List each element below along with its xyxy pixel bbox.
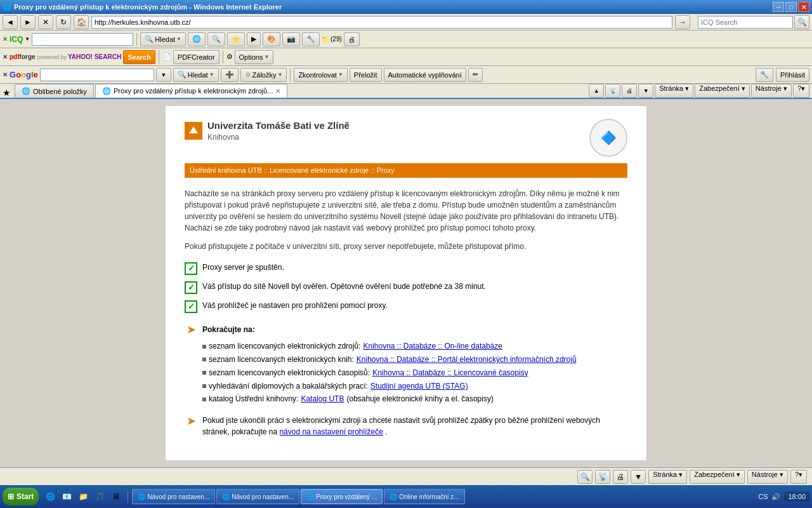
search-button[interactable]: 🔍	[794, 15, 809, 29]
prihlasit-button[interactable]: Přihlásit	[776, 68, 809, 82]
bullet-icon	[202, 384, 206, 388]
quick-icon-3[interactable]: 📁	[75, 490, 91, 504]
taskbar-btn-3[interactable]: 🌐 Proxy pro vzdálený ...	[301, 489, 383, 504]
taskbar-btn-2[interactable]: 🌐 Návod pro nastaven...	[216, 489, 299, 504]
taskbar-icon: 🌐	[306, 493, 314, 500]
taskbar-icon: 🌐	[390, 493, 397, 500]
home-button[interactable]: 🏠	[74, 15, 89, 29]
close-button[interactable]: ✕	[798, 2, 809, 12]
tab-close-icon[interactable]: ✕	[275, 88, 280, 95]
dropdown-btn[interactable]: ▼	[631, 470, 646, 484]
start-button[interactable]: ⊞ Start	[3, 488, 39, 505]
tab-icon: 🌐	[102, 87, 111, 95]
status-text-1: Proxy server je spuštěn.	[202, 262, 284, 273]
icq-dropdown-icon[interactable]: ▼	[25, 36, 30, 42]
zkontrolovat-button[interactable]: Zkontrolovat ▼	[294, 68, 347, 82]
direct-access-text: Pokud přistupujete z počítače v univerzi…	[185, 241, 627, 252]
title-bar-left: 🌐 Proxy pro vzdálený přístup k elektroni…	[3, 3, 282, 11]
google-hledat-button[interactable]: 🔍 Hledat ▼	[173, 68, 219, 82]
stranka-btn[interactable]: Stránka ▾	[648, 470, 687, 484]
status-item-1: ✓ Proxy server je spuštěn.	[185, 262, 627, 275]
status-text-3: Váš prohlížeč je nastaven pro prohlížení…	[202, 300, 388, 311]
rss-btn[interactable]: 📡	[595, 470, 610, 484]
forward-button[interactable]: ►	[20, 15, 36, 29]
pencil-icon[interactable]: ✏	[468, 68, 483, 82]
print-btn[interactable]: 🖨	[613, 470, 628, 484]
stranka-button[interactable]: Stránka ▾	[655, 84, 693, 98]
taskbar-icon: 🌐	[222, 493, 230, 500]
quick-icon-4[interactable]: 🎵	[92, 490, 107, 504]
quick-email-icon[interactable]: 📧	[59, 490, 74, 504]
nastroje-button[interactable]: Nástroje ▾	[751, 84, 792, 98]
refresh-button[interactable]: ↻	[56, 15, 71, 29]
help-btn[interactable]: ?▾	[790, 470, 807, 484]
utb-seal: 🔷	[589, 119, 627, 157]
autofill-button[interactable]: Automatické vyplňování	[384, 68, 466, 82]
footer-link[interactable]: návod na nastavení prohlížeče	[279, 427, 383, 436]
prelozit-button[interactable]: Přeložit	[350, 68, 382, 82]
toolbar-icon-1[interactable]: 🌐	[188, 32, 206, 46]
zalozky-button[interactable]: ☆ Záložky ▼	[240, 68, 287, 82]
toolbar-icon-2[interactable]: 🔍	[207, 32, 225, 46]
toolbar-icon-3[interactable]: ⭐	[227, 32, 245, 46]
taskbar-label-2: Návod pro nastaven...	[232, 493, 294, 500]
tab-oblibene[interactable]: 🌐 Oblíbené položky	[15, 84, 94, 98]
toolbar-icon-5[interactable]: 🎨	[263, 32, 280, 46]
toolbar-icon-6[interactable]: 📷	[282, 32, 300, 46]
check-icon-3: ✓	[185, 300, 197, 313]
print-icon[interactable]: 🖨	[622, 84, 637, 98]
zabezpeceni-btn[interactable]: Zabezpečení ▾	[690, 470, 745, 484]
toolbar-icon-8[interactable]: 🖨	[344, 32, 360, 46]
search-icon: 🔍	[178, 70, 187, 79]
link-portal[interactable]: Knihovna :: Databáze :: Portál elektroni…	[357, 354, 577, 365]
close-toolbar-icon[interactable]: ✕	[3, 36, 8, 43]
back-button[interactable]: ◄	[3, 15, 18, 29]
nastroje-btn[interactable]: Nástroje ▾	[747, 470, 788, 484]
options-icon: ⚙	[226, 53, 233, 61]
help-button[interactable]: ?▾	[793, 84, 809, 98]
toolbar-icon-7[interactable]: 🔧	[302, 32, 320, 46]
google-plus-icon[interactable]: ➕	[221, 68, 239, 82]
google-toolbar: ✕ Google ▼ 🔍 Hledat ▼ ➕ ☆ Záložky ▼ Zkon…	[0, 66, 812, 84]
hledat-button[interactable]: 🔍 Hledat ▼	[140, 32, 186, 46]
close-pdf-toolbar-icon[interactable]: ✕	[3, 53, 8, 60]
go-button[interactable]: →	[675, 15, 690, 29]
maximize-button[interactable]: □	[785, 2, 797, 12]
bullet-icon	[202, 398, 206, 401]
footer-note: ➤ Pokud jste ukončili práci s elektronic…	[185, 415, 627, 438]
tab-proxy[interactable]: 🌐 Proxy pro vzdálený přístup k elektroni…	[95, 84, 287, 98]
check-icon-2: ✓	[185, 281, 197, 294]
links-list: seznam licencovaných elektronických zdro…	[202, 341, 627, 404]
link-stag[interactable]: Studijní agenda UTB (STAG)	[370, 381, 468, 392]
close-google-toolbar-icon[interactable]: ✕	[3, 71, 8, 78]
quick-ie-icon[interactable]: 🌐	[43, 490, 58, 504]
taskbar-icon: 🌐	[138, 493, 145, 500]
page-up-icon[interactable]: ▲	[589, 84, 604, 98]
taskbar-btn-1[interactable]: 🌐 Návod pro nastaven...	[132, 489, 215, 504]
rss-icon[interactable]: 📡	[605, 84, 620, 98]
dropdown-icon[interactable]: ▼	[638, 84, 653, 98]
link-online-db[interactable]: Knihovna :: Databáze :: On-line databáze	[363, 341, 502, 352]
taskbar-right: CS 🔊 18:00	[758, 491, 809, 502]
zoom-up-icon[interactable]: 🔍	[577, 470, 593, 484]
settings-icon[interactable]: 🔧	[756, 68, 773, 82]
link-casopisy[interactable]: Knihovna :: Databáze :: Licencované časo…	[372, 368, 528, 378]
toolbar-icon-4[interactable]: ▶	[247, 32, 261, 46]
icq-input[interactable]	[32, 33, 133, 46]
minimize-button[interactable]: ─	[773, 2, 784, 12]
link-katalog[interactable]: Katalog UTB	[301, 394, 344, 404]
zabezpeceni-button[interactable]: Zabezpečení ▾	[695, 84, 750, 98]
google-dropdown-icon[interactable]: ▼	[156, 68, 171, 82]
search-button[interactable]: Search	[123, 50, 155, 64]
quick-icon-5[interactable]: 🖥	[108, 490, 124, 504]
pdf-creator-button[interactable]: PDFCreator	[173, 50, 219, 64]
arrow-icon-2: ➤	[185, 415, 197, 427]
options-button[interactable]: Options ▼	[235, 50, 274, 64]
taskbar-label-4: Online informační z...	[399, 493, 459, 500]
google-search-input[interactable]	[40, 69, 154, 81]
taskbar-btn-4[interactable]: 🌐 Online informační z...	[384, 489, 464, 504]
stop-button[interactable]: ✕	[38, 15, 53, 29]
arrow-icon: ➤	[185, 323, 197, 336]
icq-search-input[interactable]	[698, 16, 793, 29]
address-input[interactable]	[91, 16, 672, 29]
